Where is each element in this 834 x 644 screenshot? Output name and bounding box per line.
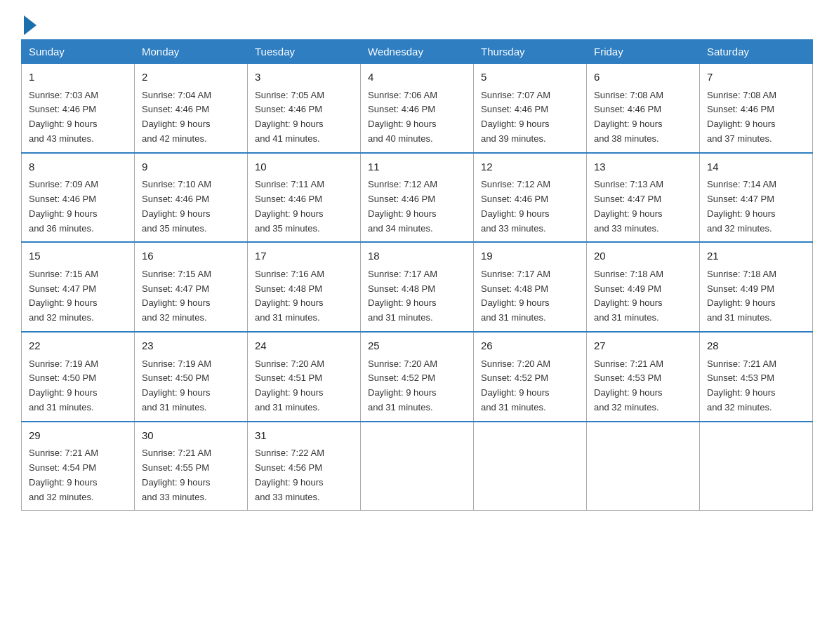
calendar-table: SundayMondayTuesdayWednesdayThursdayFrid… (21, 39, 813, 511)
calendar-header-tuesday: Tuesday (248, 40, 361, 64)
calendar-cell: 2 Sunrise: 7:04 AMSunset: 4:46 PMDayligh… (135, 64, 248, 153)
calendar-cell: 10 Sunrise: 7:11 AMSunset: 4:46 PMDaylig… (248, 153, 361, 243)
day-number: 4 (368, 69, 466, 86)
calendar-cell: 30 Sunrise: 7:21 AMSunset: 4:55 PMDaylig… (135, 422, 248, 511)
day-number: 2 (142, 69, 240, 86)
day-number: 18 (368, 248, 466, 264)
calendar-cell: 17 Sunrise: 7:16 AMSunset: 4:48 PMDaylig… (248, 242, 361, 332)
calendar-cell: 9 Sunrise: 7:10 AMSunset: 4:46 PMDayligh… (135, 153, 248, 243)
day-info: Sunrise: 7:05 AMSunset: 4:46 PMDaylight:… (255, 90, 324, 144)
day-info: Sunrise: 7:04 AMSunset: 4:46 PMDaylight:… (142, 90, 211, 144)
day-info: Sunrise: 7:16 AMSunset: 4:48 PMDaylight:… (255, 269, 324, 323)
day-number: 8 (29, 159, 127, 175)
day-number: 9 (142, 159, 240, 175)
day-number: 1 (29, 69, 127, 86)
day-number: 15 (29, 248, 127, 264)
day-number: 28 (707, 338, 805, 354)
calendar-header-saturday: Saturday (700, 40, 813, 64)
calendar-header-thursday: Thursday (474, 40, 587, 64)
day-number: 30 (142, 428, 240, 444)
day-info: Sunrise: 7:06 AMSunset: 4:46 PMDaylight:… (368, 90, 437, 144)
calendar-cell: 23 Sunrise: 7:19 AMSunset: 4:50 PMDaylig… (135, 332, 248, 422)
calendar-week-row: 1 Sunrise: 7:03 AMSunset: 4:46 PMDayligh… (22, 64, 813, 153)
calendar-cell (700, 422, 813, 511)
calendar-cell: 19 Sunrise: 7:17 AMSunset: 4:48 PMDaylig… (474, 242, 587, 332)
calendar-cell: 6 Sunrise: 7:08 AMSunset: 4:46 PMDayligh… (587, 64, 700, 153)
day-number: 21 (707, 248, 805, 264)
day-number: 19 (481, 248, 579, 264)
day-info: Sunrise: 7:08 AMSunset: 4:46 PMDaylight:… (707, 90, 776, 144)
calendar-cell (474, 422, 587, 511)
calendar-cell: 7 Sunrise: 7:08 AMSunset: 4:46 PMDayligh… (700, 64, 813, 153)
calendar-cell: 14 Sunrise: 7:14 AMSunset: 4:47 PMDaylig… (700, 153, 813, 243)
day-info: Sunrise: 7:18 AMSunset: 4:49 PMDaylight:… (594, 269, 663, 323)
day-number: 14 (707, 159, 805, 175)
day-number: 22 (29, 338, 127, 354)
calendar-cell: 28 Sunrise: 7:21 AMSunset: 4:53 PMDaylig… (700, 332, 813, 422)
day-info: Sunrise: 7:14 AMSunset: 4:47 PMDaylight:… (707, 179, 776, 233)
calendar-cell: 11 Sunrise: 7:12 AMSunset: 4:46 PMDaylig… (361, 153, 474, 243)
calendar-cell: 25 Sunrise: 7:20 AMSunset: 4:52 PMDaylig… (361, 332, 474, 422)
day-number: 5 (481, 69, 579, 86)
day-number: 3 (255, 69, 353, 86)
day-info: Sunrise: 7:08 AMSunset: 4:46 PMDaylight:… (594, 90, 663, 144)
day-number: 13 (594, 159, 692, 175)
day-number: 24 (255, 338, 353, 354)
calendar-week-row: 15 Sunrise: 7:15 AMSunset: 4:47 PMDaylig… (22, 242, 813, 332)
calendar-cell: 18 Sunrise: 7:17 AMSunset: 4:48 PMDaylig… (361, 242, 474, 332)
day-number: 16 (142, 248, 240, 264)
calendar-cell: 29 Sunrise: 7:21 AMSunset: 4:54 PMDaylig… (22, 422, 135, 511)
calendar-week-row: 22 Sunrise: 7:19 AMSunset: 4:50 PMDaylig… (22, 332, 813, 422)
day-info: Sunrise: 7:17 AMSunset: 4:48 PMDaylight:… (368, 269, 437, 323)
calendar-header-friday: Friday (587, 40, 700, 64)
logo-arrow-icon (24, 15, 37, 35)
calendar-cell: 27 Sunrise: 7:21 AMSunset: 4:53 PMDaylig… (587, 332, 700, 422)
day-info: Sunrise: 7:19 AMSunset: 4:50 PMDaylight:… (142, 358, 211, 412)
calendar-cell: 12 Sunrise: 7:12 AMSunset: 4:46 PMDaylig… (474, 153, 587, 243)
calendar-header-row: SundayMondayTuesdayWednesdayThursdayFrid… (22, 40, 813, 64)
day-info: Sunrise: 7:09 AMSunset: 4:46 PMDaylight:… (29, 179, 98, 233)
calendar-cell: 3 Sunrise: 7:05 AMSunset: 4:46 PMDayligh… (248, 64, 361, 153)
day-number: 26 (481, 338, 579, 354)
day-info: Sunrise: 7:12 AMSunset: 4:46 PMDaylight:… (368, 179, 437, 233)
day-info: Sunrise: 7:17 AMSunset: 4:48 PMDaylight:… (481, 269, 550, 323)
day-info: Sunrise: 7:21 AMSunset: 4:53 PMDaylight:… (594, 358, 663, 412)
day-info: Sunrise: 7:12 AMSunset: 4:46 PMDaylight:… (481, 179, 550, 233)
calendar-cell: 8 Sunrise: 7:09 AMSunset: 4:46 PMDayligh… (22, 153, 135, 243)
calendar-header-monday: Monday (135, 40, 248, 64)
day-number: 23 (142, 338, 240, 354)
day-number: 27 (594, 338, 692, 354)
day-info: Sunrise: 7:18 AMSunset: 4:49 PMDaylight:… (707, 269, 776, 323)
day-info: Sunrise: 7:22 AMSunset: 4:56 PMDaylight:… (255, 448, 324, 502)
calendar-cell (587, 422, 700, 511)
day-number: 20 (594, 248, 692, 264)
day-info: Sunrise: 7:11 AMSunset: 4:46 PMDaylight:… (255, 179, 324, 233)
day-info: Sunrise: 7:21 AMSunset: 4:54 PMDaylight:… (29, 448, 98, 502)
day-info: Sunrise: 7:21 AMSunset: 4:53 PMDaylight:… (707, 358, 776, 412)
calendar-cell: 20 Sunrise: 7:18 AMSunset: 4:49 PMDaylig… (587, 242, 700, 332)
calendar-cell: 22 Sunrise: 7:19 AMSunset: 4:50 PMDaylig… (22, 332, 135, 422)
day-info: Sunrise: 7:20 AMSunset: 4:52 PMDaylight:… (368, 358, 437, 412)
calendar-body: 1 Sunrise: 7:03 AMSunset: 4:46 PMDayligh… (22, 64, 813, 511)
day-info: Sunrise: 7:21 AMSunset: 4:55 PMDaylight:… (142, 448, 211, 502)
calendar-week-row: 8 Sunrise: 7:09 AMSunset: 4:46 PMDayligh… (22, 153, 813, 243)
calendar-cell: 15 Sunrise: 7:15 AMSunset: 4:47 PMDaylig… (22, 242, 135, 332)
day-info: Sunrise: 7:20 AMSunset: 4:52 PMDaylight:… (481, 358, 550, 412)
page-header (21, 14, 813, 32)
day-number: 29 (29, 428, 127, 444)
calendar-cell: 16 Sunrise: 7:15 AMSunset: 4:47 PMDaylig… (135, 242, 248, 332)
day-number: 11 (368, 159, 466, 175)
day-info: Sunrise: 7:19 AMSunset: 4:50 PMDaylight:… (29, 358, 98, 412)
calendar-cell (361, 422, 474, 511)
calendar-cell: 26 Sunrise: 7:20 AMSunset: 4:52 PMDaylig… (474, 332, 587, 422)
calendar-cell: 13 Sunrise: 7:13 AMSunset: 4:47 PMDaylig… (587, 153, 700, 243)
calendar-header-wednesday: Wednesday (361, 40, 474, 64)
calendar-cell: 5 Sunrise: 7:07 AMSunset: 4:46 PMDayligh… (474, 64, 587, 153)
day-number: 10 (255, 159, 353, 175)
calendar-cell: 24 Sunrise: 7:20 AMSunset: 4:51 PMDaylig… (248, 332, 361, 422)
calendar-cell: 4 Sunrise: 7:06 AMSunset: 4:46 PMDayligh… (361, 64, 474, 153)
day-info: Sunrise: 7:10 AMSunset: 4:46 PMDaylight:… (142, 179, 211, 233)
day-info: Sunrise: 7:15 AMSunset: 4:47 PMDaylight:… (142, 269, 211, 323)
calendar-cell: 21 Sunrise: 7:18 AMSunset: 4:49 PMDaylig… (700, 242, 813, 332)
day-info: Sunrise: 7:03 AMSunset: 4:46 PMDaylight:… (29, 90, 98, 144)
